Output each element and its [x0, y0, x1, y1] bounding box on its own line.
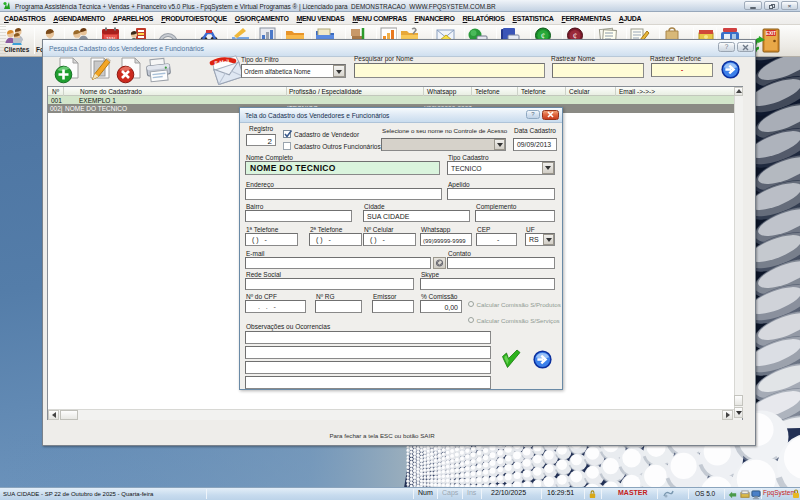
svg-text:EXIT: EXIT — [766, 31, 776, 36]
